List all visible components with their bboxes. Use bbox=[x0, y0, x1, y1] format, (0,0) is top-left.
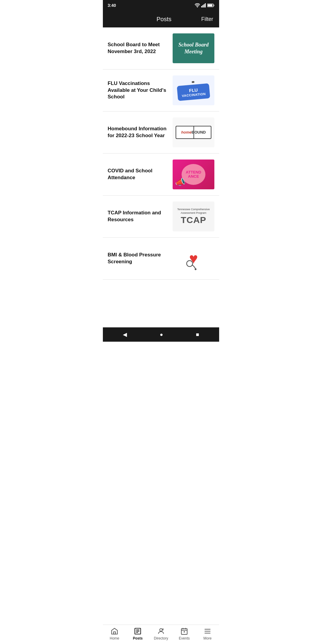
events-icon bbox=[180, 627, 188, 635]
svg-point-21 bbox=[184, 631, 185, 632]
nav-label-posts: Posts bbox=[133, 636, 143, 640]
svg-point-14 bbox=[160, 628, 162, 631]
more-icon bbox=[204, 627, 211, 635]
page-title: Posts bbox=[127, 16, 201, 23]
svg-rect-5 bbox=[214, 5, 214, 6]
post-text: COVID and School Attendance bbox=[108, 168, 173, 181]
post-title: TCAP Information and Resources bbox=[108, 210, 161, 222]
status-icons bbox=[195, 3, 214, 7]
svg-rect-2 bbox=[204, 4, 205, 7]
post-title: COVID and School Attendance bbox=[108, 168, 152, 180]
school-board-image-label: School BoardMeeting bbox=[178, 41, 209, 55]
post-text: School Board to Meet November 3rd, 2022 bbox=[108, 41, 173, 55]
home-icon bbox=[111, 627, 118, 635]
nav-label-more: More bbox=[203, 636, 211, 640]
nav-label-directory: Directory bbox=[154, 636, 168, 640]
post-item-tcap[interactable]: TCAP Information and Resources Tennessee… bbox=[103, 196, 219, 238]
post-text: Homebound Information for 2022-23 School… bbox=[108, 126, 173, 139]
nav-item-directory[interactable]: Directory bbox=[152, 627, 170, 640]
attendance-image-label: ATTENDANCE bbox=[186, 170, 201, 179]
post-image-flu: FLU VACCINATION bbox=[173, 75, 214, 105]
svg-point-8 bbox=[195, 268, 196, 270]
nav-item-events[interactable]: Events bbox=[175, 627, 193, 640]
post-text: TCAP Information and Resources bbox=[108, 210, 173, 223]
filter-button[interactable]: Filter bbox=[201, 16, 213, 22]
posts-list: School Board to Meet November 3rd, 2022 … bbox=[103, 27, 219, 304]
back-button[interactable]: ◀ bbox=[123, 331, 127, 338]
battery-icon bbox=[207, 4, 214, 7]
post-title: FLU Vaccinations Available at Your Child… bbox=[108, 80, 166, 100]
post-item-bmi[interactable]: BMI & Blood Pressure Screening ♥ bbox=[103, 238, 219, 280]
post-title: Homebound Information for 2022-23 School… bbox=[108, 126, 166, 138]
post-image-homebound: homeBOUND bbox=[173, 117, 214, 147]
status-bar: 3:40 bbox=[103, 0, 219, 11]
post-image-school-board: School BoardMeeting bbox=[173, 33, 214, 63]
bottom-nav: Home Posts Directory Events bbox=[103, 625, 219, 644]
svg-rect-0 bbox=[201, 6, 202, 7]
tcap-image-subtitle: Tennessee ComprehensiveAssessment Progra… bbox=[177, 208, 210, 215]
svg-point-7 bbox=[187, 261, 193, 267]
post-title: BMI & Blood Pressure Screening bbox=[108, 252, 161, 264]
post-image-attendance: 📣 ATTENDANCE bbox=[173, 160, 214, 189]
status-time: 3:40 bbox=[108, 3, 116, 8]
svg-rect-1 bbox=[202, 5, 203, 7]
post-text: BMI & Blood Pressure Screening bbox=[108, 252, 173, 265]
posts-icon bbox=[134, 627, 142, 635]
svg-rect-3 bbox=[205, 3, 206, 7]
post-image-bmi: ♥ bbox=[173, 244, 214, 273]
post-item-school-board[interactable]: School Board to Meet November 3rd, 2022 … bbox=[103, 27, 219, 69]
nav-item-more[interactable]: More bbox=[199, 627, 216, 640]
post-item-flu[interactable]: FLU Vaccinations Available at Your Child… bbox=[103, 69, 219, 112]
android-nav-bar: ◀ ● ■ bbox=[103, 327, 219, 342]
directory-icon bbox=[157, 627, 165, 635]
nav-label-events: Events bbox=[179, 636, 190, 640]
post-item-covid[interactable]: COVID and School Attendance 📣 ATTENDANCE bbox=[103, 154, 219, 196]
stethoscope-icon bbox=[183, 258, 198, 270]
tcap-image-label: TCAP bbox=[181, 215, 206, 225]
post-item-homebound[interactable]: Homebound Information for 2022-23 School… bbox=[103, 112, 219, 154]
post-image-tcap: Tennessee ComprehensiveAssessment Progra… bbox=[173, 202, 214, 231]
home-button[interactable]: ● bbox=[160, 332, 163, 338]
post-title: School Board to Meet November 3rd, 2022 bbox=[108, 42, 160, 54]
homebound-image-label1: home bbox=[181, 130, 192, 134]
wifi-icon bbox=[195, 3, 200, 7]
nav-item-posts[interactable]: Posts bbox=[129, 627, 147, 640]
post-text: FLU Vaccinations Available at Your Child… bbox=[108, 80, 173, 101]
svg-rect-6 bbox=[208, 4, 213, 7]
nav-item-home[interactable]: Home bbox=[106, 627, 123, 640]
nav-label-home: Home bbox=[110, 636, 119, 640]
signal-icon bbox=[201, 3, 206, 7]
svg-rect-9 bbox=[114, 632, 116, 634]
recents-button[interactable]: ■ bbox=[196, 332, 199, 338]
app-header: Posts Filter bbox=[103, 11, 219, 27]
